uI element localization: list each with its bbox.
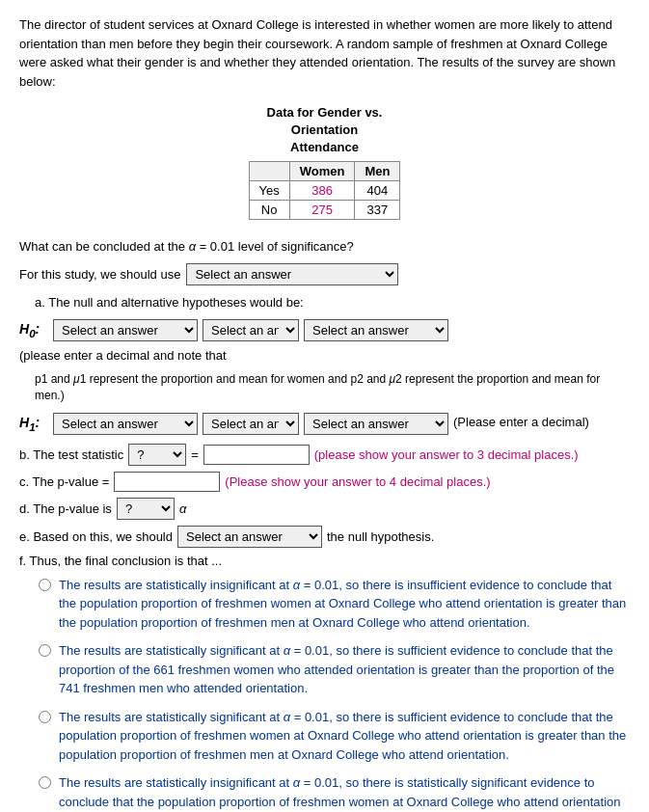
h0-paren-note: (please enter a decimal and note that — [19, 346, 227, 365]
h0-block: H0: Select an answer p1 μ1 Select an ans… — [19, 319, 630, 403]
radio-input-1[interactable] — [39, 579, 51, 591]
for-study-select[interactable]: Select an answer z-test for proportions … — [186, 263, 398, 285]
h0-note: p1 and μ1 represent the proportion and m… — [35, 371, 630, 404]
for-study-label: For this study, we should use — [19, 267, 180, 282]
part-b-label: b. The test statistic — [19, 446, 123, 465]
part-c-label: c. The p-value = — [19, 473, 109, 492]
row-no-men: 337 — [355, 200, 400, 219]
part-b-note: (please show your answer to 3 decimal pl… — [314, 446, 579, 465]
radio-input-2[interactable] — [39, 644, 51, 657]
conclusion-radio-group: The results are statistically insignific… — [39, 576, 630, 812]
for-study-row: For this study, we should use Select an … — [19, 263, 630, 285]
h1-select3[interactable]: Select an answer p2 μ2 — [304, 413, 448, 435]
null-hypothesis-suffix: the null hypothesis. — [327, 528, 434, 547]
part-d-label: d. The p-value is — [19, 500, 112, 519]
alpha-symbol: α — [179, 500, 186, 519]
main-question: What can be concluded at the α = 0.01 le… — [19, 237, 630, 257]
radio-text-3: The results are statistically significan… — [59, 708, 630, 765]
part-c-row: c. The p-value = (Please show your answe… — [19, 472, 630, 492]
h1-select1[interactable]: Select an answer p1 μ1 — [53, 413, 198, 435]
radio-text-1: The results are statistically insignific… — [59, 576, 630, 633]
h1-block: H1: Select an answer p1 μ1 Select an ans… — [19, 413, 630, 435]
h0-select1[interactable]: Select an answer p1 μ1 — [53, 319, 198, 341]
row-no-label: No — [249, 200, 289, 219]
part-d-row: d. The p-value is ? < > = α — [19, 498, 630, 520]
part-e-row: e. Based on this, we should Select an an… — [19, 526, 630, 548]
test-statistic-input[interactable] — [203, 445, 310, 465]
radio-option-3: The results are statistically significan… — [39, 708, 630, 765]
radio-option-2: The results are statistically significan… — [39, 641, 630, 698]
h1-select2[interactable]: Select an answer = ≠ < > — [203, 413, 299, 435]
h0-label: H0: — [19, 319, 48, 341]
data-table: Women Men Yes 386 404 No 275 337 — [249, 161, 401, 220]
radio-input-4[interactable] — [39, 776, 51, 789]
table-title-line3: Attendance — [290, 140, 359, 154]
row-no-women: 275 — [289, 200, 355, 219]
part-f-label: f. Thus, the final conclusion is that ..… — [19, 554, 630, 568]
h1-note: (Please enter a decimal) — [453, 413, 589, 432]
radio-option-4: The results are statistically insignific… — [39, 773, 630, 812]
table-title-line2: Orientation — [291, 122, 358, 137]
part-a-label: a. The null and alternative hypotheses w… — [35, 295, 630, 310]
row-yes-men: 404 — [355, 180, 400, 200]
intro-paragraph: The director of student services at Oxna… — [19, 15, 630, 91]
radio-input-3[interactable] — [39, 711, 51, 723]
part-e-label: e. Based on this, we should — [19, 528, 173, 547]
table-title: Data for Gender vs. Orientation Attendan… — [19, 104, 630, 157]
table-section: Data for Gender vs. Orientation Attendan… — [19, 104, 630, 220]
col-empty — [249, 161, 289, 180]
pvalue-input[interactable] — [114, 472, 220, 492]
h0-select2[interactable]: Select an answer = ≠ < > — [203, 319, 299, 341]
h0-select3[interactable]: Select an answer p2 μ2 — [304, 319, 448, 341]
table-row: Yes 386 404 — [249, 180, 400, 200]
test-statistic-select[interactable]: ? z t χ² — [128, 444, 186, 466]
h0-row: H0: Select an answer p1 μ1 Select an ans… — [19, 319, 630, 365]
table-row: No 275 337 — [249, 200, 400, 219]
table-title-line1: Data for Gender vs. — [267, 105, 383, 120]
col-men: Men — [355, 161, 400, 180]
equals-sign: = — [191, 446, 199, 465]
radio-text-2: The results are statistically significan… — [59, 641, 630, 698]
row-yes-women: 386 — [289, 180, 355, 200]
radio-option-1: The results are statistically insignific… — [39, 576, 630, 633]
h1-row: H1: Select an answer p1 μ1 Select an ans… — [19, 413, 630, 435]
radio-text-4: The results are statistically insignific… — [59, 773, 630, 812]
part-c-note: (Please show your answer to 4 decimal pl… — [225, 473, 490, 492]
pvalue-comparison-select[interactable]: ? < > = — [117, 498, 175, 520]
conclusion-select[interactable]: Select an answer reject fail to reject a… — [177, 526, 322, 548]
col-women: Women — [289, 161, 355, 180]
part-b-row: b. The test statistic ? z t χ² = (please… — [19, 444, 630, 466]
h1-label: H1: — [19, 413, 48, 435]
row-yes-label: Yes — [249, 180, 289, 200]
